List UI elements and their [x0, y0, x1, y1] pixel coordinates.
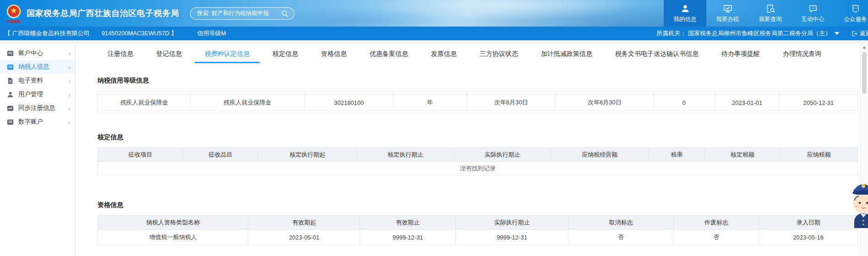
scroll-up-arrow-icon[interactable]: [861, 44, 868, 51]
user-icon: [7, 91, 14, 98]
tab-tax-type-determination-info[interactable]: 税费种认定信息: [195, 46, 260, 63]
sidebar-item-sync-registration[interactable]: 同步注册信息 ›: [0, 101, 75, 115]
table-cell: 9999-12-31: [360, 229, 456, 245]
nav-label: 公众服务: [844, 16, 867, 23]
chevron-right-icon: ›: [68, 105, 71, 112]
section-title-assessment: 核定信息: [98, 133, 858, 142]
tab-qualification-info[interactable]: 资格信息: [311, 46, 357, 63]
tab-edelivery-confirmation-info[interactable]: 税务文书电子送达确认书信息: [605, 46, 709, 63]
sync-chart-icon: [7, 105, 14, 112]
page-title: 国家税务总局广西壮族自治区电子税务局: [27, 8, 179, 19]
caret-down-icon[interactable]: [835, 32, 839, 35]
column-header: 实际执行期止: [454, 148, 551, 162]
chevron-right-icon: ›: [68, 77, 71, 84]
tab-todo-reminders[interactable]: 待办事项提醒: [711, 46, 770, 63]
sidebar-item-label: 账户中心: [18, 49, 43, 57]
empty-result-row: 没有找到记录: [98, 162, 858, 175]
column-header: 核定税额: [705, 148, 780, 162]
table-row: 残疾人就业保障金 残疾人就业保障金 302180100 年 次年6月30日 次年…: [98, 95, 858, 111]
column-header: 核定执行期起: [258, 148, 357, 162]
sidebar-item-label: 纳税人信息: [18, 63, 49, 71]
main-body: 账户中心 › 纳税人信息 › 电子资料 › 用户管理 › 同步注册信息: [0, 40, 868, 256]
nav-do-tax[interactable]: 我要办税: [706, 0, 749, 27]
table-cell: [466, 91, 556, 95]
sidebar-item-digital-account[interactable]: 数字账户 ›: [0, 115, 75, 129]
column-header: 作废标志: [674, 216, 759, 229]
return-icon: [851, 30, 858, 37]
tax-emblem-icon: [5, 4, 23, 19]
list-icon: [7, 119, 14, 125]
search-box[interactable]: 搜索: 财产和行为税纳税申报: [190, 7, 295, 20]
table-cell: 次年6月30日: [466, 95, 556, 111]
top-navigation: 我的信息 我要办税 我要查询 互动中心: [664, 0, 868, 27]
table-header-row: 征收项目 征收品目 核定执行期起 核定执行期止 实际执行期止 应纳税经营额 税率…: [98, 148, 858, 162]
tab-assessment-info[interactable]: 核定信息: [262, 46, 308, 63]
back-label: 返回: [860, 29, 868, 38]
tab-registry-info[interactable]: 登记信息: [146, 46, 192, 63]
table-cell: [305, 91, 393, 95]
table-cell: 年: [393, 95, 466, 111]
tab-preferential-filing-info[interactable]: 优惠备案信息: [360, 46, 418, 63]
user-icon: [680, 4, 690, 14]
table-cell: 次年6月30日: [556, 95, 653, 111]
sidebar-item-electronic-materials[interactable]: 电子资料 ›: [0, 74, 75, 87]
org-value[interactable]: 国家税务总局柳州市鱼峰区税务局第二税务分局（主）: [688, 29, 831, 38]
logo: 中国税务: [5, 4, 23, 24]
sidebar-item-label: 用户管理: [18, 90, 43, 98]
clipped-table-row: [98, 91, 858, 95]
company-name: 【 广西嘻螺会食品科技有限公司: [5, 29, 90, 38]
table-cell: 否: [568, 229, 674, 245]
credit-rating-table: 残疾人就业保障金 残疾人就业保障金 302180100 年 次年6月30日 次年…: [98, 91, 858, 111]
tab-invoice-info[interactable]: 发票信息: [421, 46, 467, 63]
table-cell: 2023-05-16: [759, 229, 858, 245]
table-cell: [191, 91, 305, 95]
nav-my-info[interactable]: 我的信息: [664, 0, 706, 27]
nav-interactive-center[interactable]: 互动中心: [792, 0, 834, 27]
tab-processing-status-inquiry[interactable]: 办理情况查询: [773, 46, 831, 63]
chevron-right-icon: ›: [68, 64, 71, 71]
nav-query[interactable]: 我要查询: [749, 0, 792, 27]
tab-tripartite-agreement-status[interactable]: 三方协议状态: [469, 46, 528, 63]
table-cell: 302180100: [305, 95, 393, 111]
column-header: 录入日期: [759, 216, 858, 229]
list-icon: [7, 64, 14, 71]
tax-officer-mascot[interactable]: [849, 175, 868, 228]
qualification-table: 纳税人资格类型名称 有效期起 有效期止 实际执行期止 取消标志 作废标志 录入日…: [98, 215, 858, 245]
tab-additional-deduction-policy-info[interactable]: 加计抵减政策信息: [531, 46, 602, 63]
org-label: 所属机关：: [656, 29, 686, 38]
table-cell: 残疾人就业保障金: [98, 95, 191, 111]
column-header: 应纳税额: [780, 148, 857, 162]
back-button[interactable]: 返回: [851, 29, 868, 38]
nav-public-service[interactable]: 公众服务: [834, 0, 868, 27]
main-content: 注册信息 登记信息 税费种认定信息 核定信息 资格信息 优惠备案信息 发票信息 …: [76, 44, 868, 256]
tab-bar: 注册信息 登记信息 税费种认定信息 核定信息 资格信息 优惠备案信息 发票信息 …: [98, 46, 858, 63]
table-cell: 否: [674, 229, 759, 245]
sidebar-item-label: 同步注册信息: [18, 104, 55, 112]
sidebar: 账户中心 › 纳税人信息 › 电子资料 › 用户管理 › 同步注册信息: [0, 44, 76, 256]
sidebar-item-account-center[interactable]: 账户中心 ›: [0, 46, 75, 60]
owl-icon: [851, 4, 861, 14]
search-icon[interactable]: [281, 10, 289, 17]
section-title-credit-rating: 纳税信用等级信息: [98, 76, 858, 85]
chevron-right-icon: ›: [68, 50, 71, 57]
tab-registration-info[interactable]: 注册信息: [98, 46, 143, 63]
table-cell: 残疾人就业保障金: [191, 95, 305, 111]
column-header: 实际执行期止: [456, 216, 568, 229]
table-cell: 增值税一般纳税人: [98, 229, 248, 245]
no-records-text: 没有找到记录: [98, 162, 858, 175]
taxpayer-info-bar: 【 广西嘻螺会食品科技有限公司 91450200MAC3EWU57D 】 信用等…: [0, 27, 868, 40]
chevron-right-icon: ›: [68, 91, 71, 98]
sidebar-item-label: 电子资料: [18, 76, 43, 85]
sidebar-item-user-management[interactable]: 用户管理 ›: [0, 87, 75, 101]
table-cell: 9999-12-31: [456, 229, 568, 245]
scrollbar-thumb[interactable]: [862, 52, 867, 94]
column-header: 税率: [649, 148, 705, 162]
table-cell: 2023-05-01: [248, 229, 360, 245]
nav-label: 我要办税: [716, 16, 739, 23]
table-cell: [715, 91, 780, 95]
column-header: 有效期起: [248, 216, 360, 229]
sidebar-item-taxpayer-info[interactable]: 纳税人信息 ›: [0, 60, 75, 74]
table-cell: [98, 91, 191, 95]
table-cell: [556, 91, 653, 95]
table-cell: 2023-01-01: [715, 95, 780, 111]
